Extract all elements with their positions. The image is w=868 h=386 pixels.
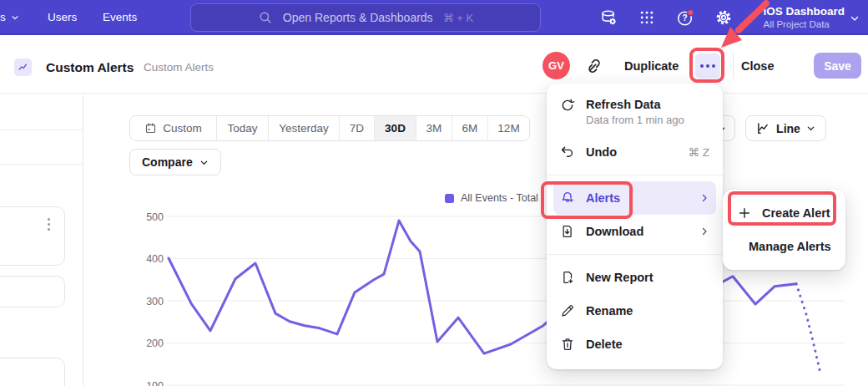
range-6m[interactable]: 6M [452, 116, 488, 140]
top-nav: s Users Events Open Reports & Dashboards… [0, 0, 868, 35]
nav-partial-label: s [0, 11, 6, 23]
project-scope: All Project Data [763, 18, 845, 30]
header-divider [733, 53, 734, 79]
chevron-down-icon [11, 13, 19, 22]
download-icon [560, 224, 575, 239]
svg-text:100: 100 [146, 380, 164, 386]
report-chart-icon [14, 58, 32, 76]
menu-item-delete[interactable]: Delete [553, 328, 716, 361]
settings-gear-icon[interactable] [714, 8, 733, 27]
menu-label: New Report [586, 271, 654, 284]
plus-icon [738, 206, 751, 220]
svg-text:200: 200 [146, 338, 164, 349]
menu-label: Delete [586, 338, 623, 351]
menu-item-download[interactable]: Download [553, 215, 716, 248]
search-placeholder: Open Reports & Dashboards [283, 11, 433, 24]
chevron-down-icon [806, 124, 815, 133]
sidebar-card[interactable] [0, 276, 65, 307]
menu-item-refresh-data[interactable]: Refresh Data Data from 1 min ago [553, 94, 716, 135]
nav-item-partial[interactable]: s [0, 11, 19, 23]
menu-divider [547, 254, 723, 255]
compare-label: Compare [142, 155, 193, 169]
menu-item-new-report[interactable]: New Report [553, 261, 716, 294]
submenu-item-create-alert[interactable]: Create Alert [729, 196, 839, 230]
search-input[interactable]: Open Reports & Dashboards ⌘ + K [190, 3, 541, 32]
range-label: 6M [462, 122, 478, 135]
more-options-button[interactable] [695, 53, 720, 79]
notification-dot [688, 9, 694, 15]
sidebar-card[interactable] [0, 206, 65, 266]
compare-button[interactable]: Compare [129, 149, 221, 175]
range-label: 12M [497, 122, 519, 135]
project-selector[interactable]: iOS Dashboard All Project Data [763, 4, 845, 30]
svg-text:400: 400 [146, 253, 164, 265]
range-label: Yesterday [279, 122, 329, 135]
search-icon [258, 10, 273, 25]
menu-label: Download [586, 225, 643, 238]
left-sidebar [0, 94, 83, 386]
range-label: 3M [426, 122, 442, 135]
menu-sublabel: Data from 1 min ago [586, 114, 684, 126]
menu-divider [547, 175, 723, 175]
range-label: Custom [163, 122, 202, 135]
kebab-menu-icon[interactable] [48, 218, 50, 231]
delete-trash-icon [560, 337, 575, 352]
chevron-right-icon [699, 193, 709, 203]
chart-legend: All Events - Total [445, 192, 538, 204]
submenu-item-manage-alerts[interactable]: Manage Alerts [729, 230, 839, 263]
range-12m[interactable]: 12M [488, 116, 529, 140]
save-button[interactable]: Save [814, 53, 861, 79]
alerts-submenu: Create Alert Manage Alerts [723, 190, 845, 270]
legend-label: All Events - Total [461, 192, 538, 204]
sidebar-card[interactable] [0, 358, 65, 386]
project-name: iOS Dashboard [763, 4, 845, 18]
report-header: Custom Alerts Custom Alerts GV Duplicate… [0, 35, 868, 94]
range-yesterday[interactable]: Yesterday [269, 116, 340, 140]
chevron-down-icon [199, 158, 209, 167]
nav-item-users[interactable]: Users [48, 11, 77, 23]
range-3m[interactable]: 3M [416, 116, 452, 140]
range-7d[interactable]: 7D [340, 116, 375, 140]
line-chart-icon [756, 121, 770, 135]
nav-item-events[interactable]: Events [103, 11, 137, 23]
range-label: Today [227, 122, 257, 135]
search-shortcut: ⌘ + K [443, 12, 474, 24]
range-label: 7D [350, 122, 364, 135]
range-today[interactable]: Today [217, 116, 269, 140]
avatar[interactable]: GV [542, 52, 570, 79]
page-title: Custom Alerts [46, 60, 134, 75]
menu-label: Refresh Data [586, 98, 684, 111]
breadcrumb[interactable]: Custom Alerts [144, 61, 214, 74]
range-label: 30D [385, 122, 406, 135]
menu-label: Alerts [586, 191, 620, 205]
more-options-menu: Refresh Data Data from 1 min ago Undo ⌘ … [547, 84, 723, 369]
menu-item-rename[interactable]: Rename [553, 294, 716, 328]
calendar-icon [144, 122, 157, 135]
menu-item-alerts[interactable]: Alerts [553, 181, 716, 215]
sidebar-separator [0, 130, 83, 130]
menu-item-undo[interactable]: Undo ⌘ Z [553, 135, 716, 169]
chart-type-button[interactable]: Line [745, 115, 826, 141]
date-range-control: Custom Today Yesterday 7D 30D 3M 6M 12M [129, 115, 530, 141]
range-custom[interactable]: Custom [130, 116, 217, 140]
undo-icon [560, 145, 575, 160]
link-icon [585, 57, 603, 75]
svg-text:300: 300 [146, 296, 164, 307]
menu-label: Undo [586, 145, 617, 159]
data-management-icon[interactable] [599, 8, 618, 27]
rename-pencil-icon [560, 303, 575, 318]
chart-type-label: Line [776, 122, 800, 135]
duplicate-button[interactable]: Duplicate [624, 59, 679, 73]
submenu-label: Create Alert [762, 206, 830, 220]
svg-text:500: 500 [146, 211, 164, 223]
project-chevron-down-icon [850, 13, 860, 23]
alerts-bell-icon [560, 190, 575, 206]
apps-grid-icon[interactable] [638, 8, 656, 27]
range-30d-selected[interactable]: 30D [375, 116, 416, 140]
app-root: { "colors": { "nav_bg": "#4b44cf", "acce… [0, 0, 868, 386]
share-link-button[interactable] [585, 57, 603, 75]
refresh-icon [560, 98, 575, 113]
chevron-right-icon [699, 226, 709, 236]
help-icon[interactable]: ? [676, 8, 694, 27]
close-button[interactable]: Close [741, 59, 775, 73]
